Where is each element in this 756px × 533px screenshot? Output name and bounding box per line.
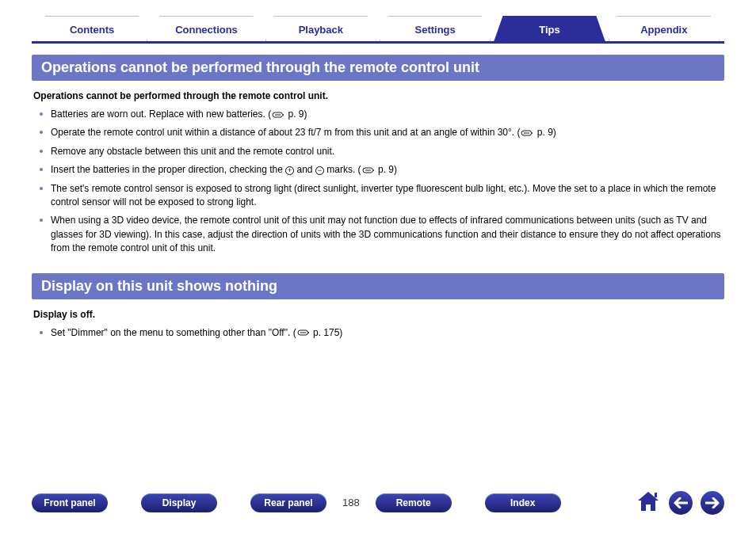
front-panel-button[interactable]: Front panel	[32, 493, 108, 512]
subheading-remote: Operations cannot be performed through t…	[33, 90, 724, 101]
tab-connections[interactable]: Connections	[151, 16, 262, 41]
footer: Front panel Display Rear panel 188 Remot…	[32, 489, 724, 516]
page-number: 188	[342, 497, 360, 508]
tab-settings[interactable]: Settings	[380, 16, 491, 41]
list-item: When using a 3D video device, the remote…	[43, 214, 724, 255]
list-item: Batteries are worn out. Replace with new…	[43, 108, 724, 121]
bullet-list-remote: Batteries are worn out. Replace with new…	[32, 108, 724, 256]
svg-rect-0	[655, 493, 657, 497]
tab-appendix[interactable]: Appendix	[609, 16, 720, 41]
tab-contents[interactable]: Contents	[36, 16, 147, 41]
home-icon[interactable]	[636, 489, 661, 516]
section-heading-remote: Operations cannot be performed through t…	[32, 55, 724, 81]
prev-page-icon[interactable]	[669, 491, 693, 515]
list-item: Set "Dimmer" on the menu to something ot…	[43, 326, 724, 340]
list-item: Remove any obstacle between this unit an…	[43, 145, 724, 158]
tab-playback[interactable]: Playback	[265, 16, 376, 41]
tab-tips[interactable]: Tips	[494, 16, 605, 41]
bullet-list-display: Set "Dimmer" on the menu to something ot…	[32, 326, 724, 340]
subheading-display: Display is off.	[33, 309, 724, 320]
list-item: Insert the batteries in the proper direc…	[43, 163, 724, 177]
section-heading-display: Display on this unit shows nothing	[32, 273, 724, 299]
top-tabs: Contents Connections Playback Settings T…	[32, 16, 724, 44]
list-item: The set's remote control sensor is expos…	[43, 182, 724, 210]
list-item: Operate the remote control unit within a…	[43, 126, 724, 139]
index-button[interactable]: Index	[485, 493, 561, 512]
next-page-icon[interactable]	[701, 491, 724, 515]
remote-button[interactable]: Remote	[376, 493, 452, 512]
rear-panel-button[interactable]: Rear panel	[250, 493, 326, 512]
display-button[interactable]: Display	[141, 493, 217, 512]
